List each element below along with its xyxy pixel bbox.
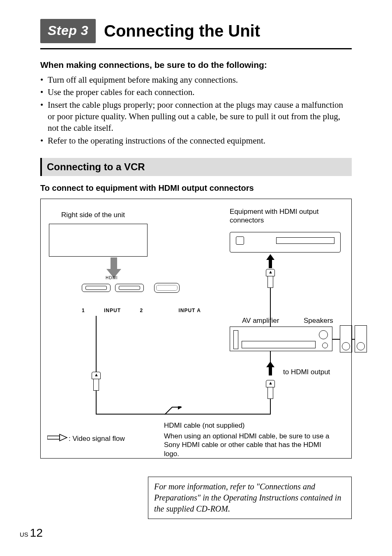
label-speakers: Speakers [304, 316, 333, 325]
port-label-2: 2 [140, 308, 143, 313]
port-labels: 1 INPUT 2 INPUT A [82, 308, 201, 313]
page-title: Connecting the Unit [104, 22, 260, 40]
section-header-connecting-vcr: Connecting to a VCR [40, 158, 352, 176]
svg-marker-2 [266, 254, 274, 268]
port-label-1: 1 [82, 308, 85, 313]
vga-port-icon [154, 283, 180, 293]
cable-icon [270, 399, 271, 415]
hdmi-logo-text: HDMI [106, 276, 118, 281]
section-subhead: To connect to equipment with HDMI output… [40, 183, 352, 193]
label-hdmi-note: When using an optional HDMI cable, be su… [164, 432, 337, 458]
cable-icon [96, 316, 97, 372]
footer-note: For more information, refer to "Connecti… [148, 477, 352, 519]
title-rule [40, 48, 352, 49]
hdmi-port-2-icon [115, 284, 144, 292]
hdmi-source-icon [230, 232, 341, 253]
speaker-icon [340, 325, 352, 352]
page-number: US 12 [20, 526, 43, 540]
hdmi-port-1-icon [82, 284, 111, 292]
svg-marker-3 [178, 406, 182, 410]
svg-rect-4 [47, 436, 60, 439]
av-amplifier-icon [230, 327, 332, 351]
signal-flow-arrow-icon [164, 406, 182, 415]
connection-diagram: Right side of the unit Equipment with HD… [40, 199, 352, 459]
intro-bullet: Use the proper cables for each connectio… [40, 86, 352, 98]
cable-icon [96, 391, 97, 414]
label-unit-side: Right side of the unit [61, 211, 125, 219]
intro-bullet: Insert the cable plugs properly; poor co… [40, 99, 352, 134]
label-hdmi-cable: HDMI cable (not supplied) [164, 421, 245, 430]
arrow-up-icon [266, 361, 274, 375]
arrow-up-icon [266, 254, 274, 268]
hdmi-plug-icon [266, 269, 275, 288]
label-av-amplifier: AV amplifier [242, 316, 279, 325]
intro-lead: When making connections, be sure to do t… [40, 60, 352, 70]
svg-marker-0 [106, 257, 121, 278]
svg-marker-5 [60, 434, 67, 441]
projector-ports-icon: HDMI [82, 277, 201, 306]
label-signal-flow: : Video signal flow [69, 434, 125, 443]
label-to-hdmi-output: to HDMI output [283, 368, 330, 376]
page-number-prefix: US [20, 531, 28, 538]
port-label-input-a: INPUT A [178, 308, 201, 313]
wire-icon [332, 339, 340, 340]
step-badge: Step 3 [40, 19, 96, 43]
intro-bullet: Turn off all equipment before making any… [40, 74, 352, 86]
hdmi-plug-icon [266, 380, 275, 399]
intro-list: Turn off all equipment before making any… [40, 74, 352, 146]
label-hdmi-equipment: Equipment with HDMI output connectors [230, 207, 337, 225]
page-number-value: 12 [30, 526, 43, 540]
svg-marker-1 [266, 361, 274, 375]
cable-icon [270, 288, 271, 327]
hdmi-plug-icon [92, 372, 101, 391]
speaker-icon [355, 325, 367, 352]
projector-icon [49, 224, 148, 257]
cable-icon [96, 414, 271, 415]
intro-bullet: Refer to the operating instructions of t… [40, 135, 352, 146]
signal-flow-legend-icon [47, 433, 68, 442]
wire-icon [352, 339, 355, 340]
port-label-input: INPUT [104, 308, 121, 313]
